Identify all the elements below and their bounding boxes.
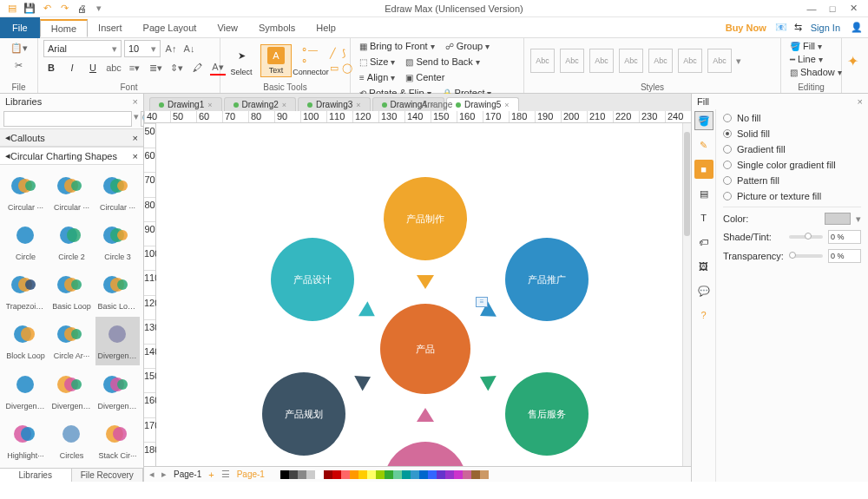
canvas[interactable]: 产品制作产品推广售后服务产品调整产品规划产品设计产品≡ (156, 123, 691, 466)
shape-thumbnail[interactable]: Divergent··· (95, 367, 140, 415)
next-page-icon[interactable]: ▸ (161, 469, 167, 480)
style-preset[interactable]: Abc (648, 49, 673, 73)
shape-thumbnail[interactable]: Circles (49, 417, 94, 464)
shape-thumbnail[interactable]: Divergent··· (3, 367, 48, 415)
text-tool[interactable]: AText (260, 44, 292, 77)
style-preset[interactable]: Abc (589, 49, 614, 73)
search-input[interactable] (3, 111, 132, 127)
shade-slider[interactable] (789, 235, 823, 239)
align-icon[interactable]: ≡▾ (127, 60, 142, 76)
close-icon[interactable]: × (207, 101, 212, 109)
shape-thumbnail[interactable]: Circle 3 (95, 218, 140, 266)
line-tool-icon[interactable]: ✎ (694, 135, 713, 154)
select-tool[interactable]: ➤Select (226, 43, 257, 78)
undo-icon[interactable]: ↶ (40, 2, 54, 16)
shape-thumbnail[interactable]: Stack Cir··· (95, 417, 140, 464)
paint-tool-icon[interactable]: ■ (694, 160, 713, 179)
diagram-node[interactable]: 产品 (380, 304, 470, 394)
linespace-icon[interactable]: ⇕▾ (168, 60, 184, 76)
buy-now-link[interactable]: Buy Now (720, 23, 772, 33)
diagram-node[interactable]: 产品设计 (271, 238, 354, 321)
shape-thumbnail[interactable]: Divergent··· (95, 317, 140, 364)
close-button[interactable]: ✕ (845, 3, 861, 14)
qat-dropdown-icon[interactable]: ▾ (92, 2, 106, 16)
shape-thumbnail[interactable]: Circular ··· (3, 168, 48, 216)
style-preset[interactable]: Abc (707, 49, 732, 73)
diagram-node[interactable]: 售后服务 (505, 372, 589, 456)
sync-icon[interactable]: ⇆ (791, 22, 806, 33)
send-back-button[interactable]: ▧ Send to Back ▾ (402, 56, 483, 68)
fill-option-singlegradient[interactable]: Single color gradient fill (723, 160, 861, 170)
print-icon[interactable]: 🖨 (75, 2, 89, 16)
line-dropdown[interactable]: ━ Line ▾ (786, 53, 826, 65)
shrink-font-icon[interactable]: A↓ (181, 41, 197, 56)
transparency-spinner[interactable]: 0 % (828, 249, 861, 263)
tab-filerecovery[interactable]: File Recovery (72, 469, 144, 482)
cut-icon[interactable]: ✂ (11, 57, 27, 73)
highlight-icon[interactable]: 🖍 (189, 60, 205, 76)
style-preset[interactable]: Abc (560, 49, 584, 73)
style-preset[interactable]: Abc (619, 49, 643, 73)
tab-home[interactable]: Home (40, 19, 88, 37)
paste-icon[interactable]: 📋▾ (10, 40, 28, 56)
diagram-node[interactable]: 产品制作 (384, 177, 467, 260)
bold-icon[interactable]: B (43, 60, 59, 76)
bring-front-button[interactable]: ▦ Bring to Front ▾ (356, 40, 438, 52)
tag-tool-icon[interactable]: 🏷 (694, 233, 713, 252)
shape-thumbnail[interactable]: Circular ··· (95, 168, 140, 216)
tab-symbols[interactable]: Symbols (248, 20, 306, 36)
shape-thumbnail[interactable]: Circular ··· (49, 168, 94, 216)
page-tab[interactable]: Page-1 (174, 469, 201, 479)
strike-icon[interactable]: abc (106, 60, 122, 76)
image-tool-icon[interactable]: 🖼 (694, 257, 713, 276)
share-icon[interactable]: 📧 (772, 22, 791, 33)
style-preset[interactable]: Abc (530, 49, 555, 73)
shape-thumbnail[interactable]: Trapezoid··· (3, 267, 48, 315)
shape-thumbnail[interactable]: Divergent··· (49, 367, 94, 415)
fill-option-gradient[interactable]: Gradient fill (723, 144, 861, 154)
diagram-node[interactable]: 产品推广 (505, 238, 589, 321)
text-tool-icon[interactable]: T (694, 208, 713, 227)
shape-thumbnail[interactable]: Circle (3, 218, 48, 266)
fill-option-solid[interactable]: Solid fill (723, 128, 861, 139)
find-icon[interactable]: ✦ (847, 53, 858, 69)
font-size-combo[interactable]: 10▾ (124, 40, 161, 57)
close-icon[interactable]: × (282, 101, 286, 109)
grow-font-icon[interactable]: A↑ (163, 41, 179, 56)
italic-icon[interactable]: I (64, 60, 80, 76)
help-tool-icon[interactable]: ? (694, 305, 713, 325)
comment-tool-icon[interactable]: 💬 (694, 281, 713, 300)
vertical-scrollbar[interactable] (682, 123, 691, 466)
maximize-button[interactable]: □ (825, 3, 840, 14)
fill-dropdown[interactable]: 🪣 Fill ▾ (786, 40, 825, 52)
bullets-icon[interactable]: ≣▾ (148, 60, 163, 76)
color-picker[interactable] (825, 213, 851, 225)
page-tab-2[interactable]: Page-1 (237, 469, 265, 479)
tab-view[interactable]: View (207, 20, 248, 36)
layers-tool-icon[interactable]: ▤ (694, 184, 713, 203)
tab-insert[interactable]: Insert (88, 20, 133, 36)
center-button[interactable]: ▣ Center (402, 71, 448, 83)
underline-icon[interactable]: U (85, 60, 101, 76)
font-name-combo[interactable]: Arial▾ (43, 40, 122, 57)
search-dropdown-icon[interactable]: ▾ (134, 111, 139, 127)
prev-page-icon[interactable]: ◂ (149, 469, 155, 480)
save-icon[interactable]: 💾 (23, 2, 36, 16)
color-swatches[interactable] (280, 470, 489, 479)
shape-thumbnail[interactable]: Basic Loop (49, 267, 94, 315)
tab-help[interactable]: Help (306, 20, 346, 36)
doc-tab[interactable]: Drawing1 × (149, 97, 222, 111)
size-button[interactable]: ⬚ Size ▾ (356, 56, 398, 68)
shadow-dropdown[interactable]: ▧ Shadow ▾ (786, 66, 845, 78)
style-preset[interactable]: Abc (678, 49, 702, 73)
shape-thumbnail[interactable]: Highlight··· (3, 417, 48, 464)
tab-pagelayout[interactable]: Page Layout (133, 20, 207, 36)
transparency-slider[interactable] (789, 254, 823, 258)
connector-tool[interactable]: ⚬—⚬Connector (295, 43, 326, 78)
color-dropdown-icon[interactable]: ▾ (856, 213, 861, 225)
add-page-icon[interactable]: + (208, 469, 214, 480)
file-menu[interactable]: File (0, 17, 40, 38)
accordion-circular[interactable]: ◂ Circular Charting Shapes× (0, 147, 143, 165)
fill-tool-icon[interactable]: 🪣 (694, 111, 713, 130)
minimize-button[interactable]: — (804, 3, 819, 14)
